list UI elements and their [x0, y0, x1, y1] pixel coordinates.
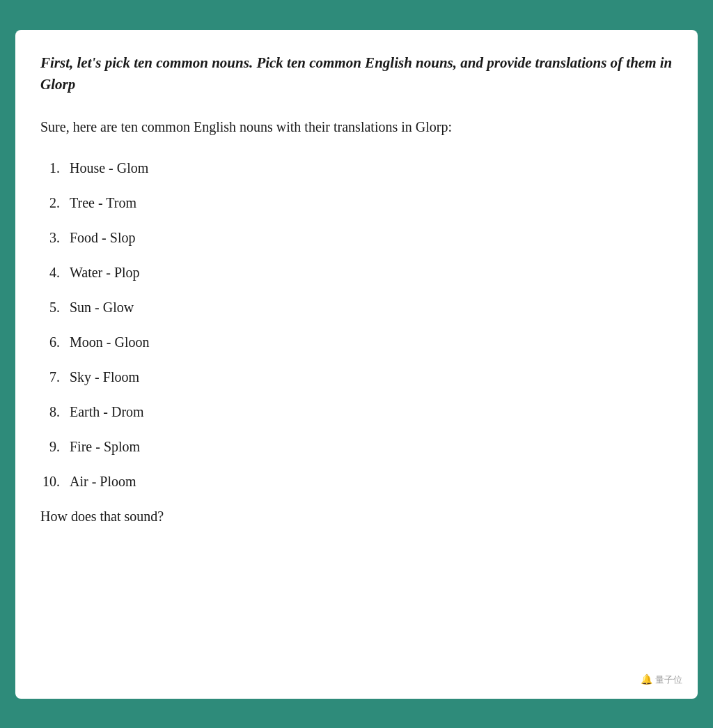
- list-item-text: House - Glom: [70, 157, 673, 178]
- list-item: 4.Water - Plop: [40, 262, 673, 283]
- list-item-text: Sun - Glow: [70, 297, 673, 318]
- list-item: 9.Fire - Splom: [40, 436, 673, 457]
- watermark: 🔔 量子位: [641, 674, 682, 686]
- list-item-num: 5.: [40, 297, 70, 318]
- list-item-text: Earth - Drom: [70, 401, 673, 422]
- list-item-text: Tree - Trom: [70, 192, 673, 213]
- list-item-num: 4.: [40, 262, 70, 283]
- list-item: 6.Moon - Gloon: [40, 332, 673, 353]
- list-item: 2.Tree - Trom: [40, 192, 673, 213]
- watermark-icon: 🔔: [641, 674, 652, 686]
- list-item-num: 3.: [40, 227, 70, 248]
- watermark-text: 量子位: [655, 674, 682, 686]
- list-item-num: 1.: [40, 157, 70, 178]
- list-item-text: Moon - Gloon: [70, 332, 673, 353]
- list-item-text: Food - Slop: [70, 227, 673, 248]
- list-item: 8.Earth - Drom: [40, 401, 673, 422]
- list-item-num: 6.: [40, 332, 70, 353]
- list-item: 10.Air - Ploom: [40, 471, 673, 492]
- list-item-text: Fire - Splom: [70, 436, 673, 457]
- list-item-num: 9.: [40, 436, 70, 457]
- list-item-num: 7.: [40, 366, 70, 387]
- intro-text: Sure, here are ten common English nouns …: [40, 116, 673, 138]
- list-item: 5.Sun - Glow: [40, 297, 673, 318]
- noun-list: 1.House - Glom2.Tree - Trom3.Food - Slop…: [40, 157, 673, 492]
- list-item-num: 8.: [40, 401, 70, 422]
- main-card: First, let's pick ten common nouns. Pick…: [15, 30, 698, 699]
- list-item-text: Water - Plop: [70, 262, 673, 283]
- list-item-text: Air - Ploom: [70, 471, 673, 492]
- list-item-num: 2.: [40, 192, 70, 213]
- list-item: 7.Sky - Floom: [40, 366, 673, 387]
- prompt-text: First, let's pick ten common nouns. Pick…: [40, 52, 673, 96]
- closing-text: How does that sound?: [40, 509, 673, 525]
- list-item: 1.House - Glom: [40, 157, 673, 178]
- list-item-num: 10.: [40, 471, 70, 492]
- list-item: 3.Food - Slop: [40, 227, 673, 248]
- list-item-text: Sky - Floom: [70, 366, 673, 387]
